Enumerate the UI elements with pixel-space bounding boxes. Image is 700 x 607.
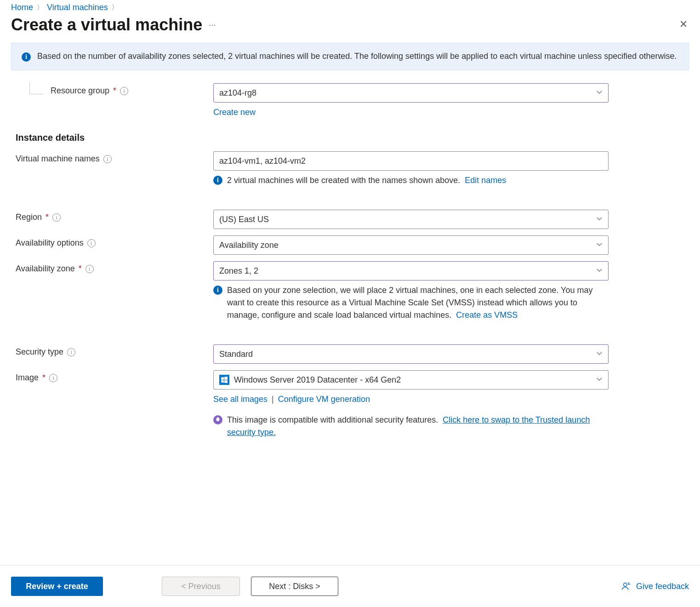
region-value: (US) East US bbox=[219, 215, 269, 224]
give-feedback-label: Give feedback bbox=[636, 582, 689, 591]
create-as-vmss-link[interactable]: Create as VMSS bbox=[456, 310, 518, 320]
info-banner-text: Based on the number of availability zone… bbox=[37, 52, 677, 62]
info-icon: i bbox=[213, 176, 222, 185]
chevron-right-icon: 〉 bbox=[37, 4, 43, 12]
rocket-icon bbox=[213, 415, 222, 424]
info-icon: i bbox=[22, 52, 31, 62]
label-image: Image bbox=[16, 373, 39, 383]
region-select[interactable]: (US) East US bbox=[213, 210, 609, 229]
chevron-down-icon bbox=[596, 215, 603, 224]
label-resource-group: Resource group bbox=[51, 86, 109, 96]
availability-options-select[interactable]: Availability zone bbox=[213, 235, 609, 255]
edit-names-link[interactable]: Edit names bbox=[465, 176, 506, 185]
bottom-bar: Review + create < Previous Next : Disks … bbox=[0, 565, 700, 607]
resource-group-value: az104-rg8 bbox=[219, 88, 256, 98]
info-banner: i Based on the number of availability zo… bbox=[11, 43, 689, 70]
zone-helper-text: Based on your zone selection, we will pl… bbox=[227, 286, 592, 320]
windows-icon bbox=[219, 375, 229, 385]
help-icon[interactable]: i bbox=[49, 374, 57, 382]
vm-names-input[interactable]: az104-vm1, az104-vm2 bbox=[213, 151, 609, 171]
chevron-down-icon bbox=[596, 375, 603, 385]
close-button[interactable]: ✕ bbox=[678, 19, 689, 30]
breadcrumb: Home 〉 Virtual machines 〉 bbox=[0, 0, 700, 12]
required-indicator: * bbox=[46, 212, 49, 222]
see-all-images-link[interactable]: See all images bbox=[213, 395, 267, 404]
image-select[interactable]: Windows Server 2019 Datacenter - x64 Gen… bbox=[213, 370, 609, 389]
info-icon: i bbox=[213, 286, 222, 295]
configure-vm-generation-link[interactable]: Configure VM generation bbox=[278, 395, 370, 404]
next-button[interactable]: Next : Disks > bbox=[251, 577, 338, 596]
separator: | bbox=[272, 395, 274, 404]
required-indicator: * bbox=[42, 373, 46, 383]
help-icon[interactable]: i bbox=[52, 213, 61, 222]
availability-zone-value: Zones 1, 2 bbox=[219, 266, 258, 276]
chevron-down-icon bbox=[596, 241, 603, 250]
required-indicator: * bbox=[79, 264, 82, 274]
feedback-icon bbox=[621, 581, 632, 591]
required-indicator: * bbox=[113, 86, 116, 96]
give-feedback-button[interactable]: Give feedback bbox=[621, 581, 689, 591]
more-actions-button[interactable]: ⋯ bbox=[209, 21, 217, 29]
vm-names-helper-text: 2 virtual machines will be created with … bbox=[227, 176, 460, 185]
previous-button[interactable]: < Previous bbox=[162, 577, 240, 596]
help-icon[interactable]: i bbox=[85, 265, 94, 273]
help-icon[interactable]: i bbox=[67, 348, 75, 356]
label-security-type: Security type bbox=[16, 347, 63, 357]
section-instance-details: Instance details bbox=[16, 132, 684, 143]
tree-indent-icon bbox=[29, 82, 43, 94]
help-icon[interactable]: i bbox=[103, 155, 112, 163]
security-type-value: Standard bbox=[219, 349, 253, 359]
vm-names-value: az104-vm1, az104-vm2 bbox=[219, 156, 306, 166]
image-security-text: This image is compatible with additional… bbox=[227, 415, 438, 424]
label-region: Region bbox=[16, 212, 42, 222]
availability-zone-select[interactable]: Zones 1, 2 bbox=[213, 261, 609, 281]
security-type-select[interactable]: Standard bbox=[213, 344, 609, 364]
create-new-link[interactable]: Create new bbox=[213, 108, 256, 117]
label-vm-names: Virtual machine names bbox=[16, 154, 100, 164]
breadcrumb-virtual-machines[interactable]: Virtual machines bbox=[47, 3, 108, 12]
review-create-button[interactable]: Review + create bbox=[11, 577, 103, 596]
svg-point-0 bbox=[624, 583, 627, 586]
chevron-down-icon bbox=[596, 349, 603, 359]
image-value: Windows Server 2019 Datacenter - x64 Gen… bbox=[234, 375, 401, 385]
chevron-down-icon bbox=[596, 266, 603, 276]
chevron-right-icon: 〉 bbox=[112, 4, 118, 12]
page-title: Create a virtual machine bbox=[11, 15, 202, 34]
resource-group-select[interactable]: az104-rg8 bbox=[213, 83, 609, 103]
help-icon[interactable]: i bbox=[87, 239, 96, 247]
label-availability-zone: Availability zone bbox=[16, 264, 75, 274]
label-availability-options: Availability options bbox=[16, 238, 84, 248]
chevron-down-icon bbox=[596, 88, 603, 98]
availability-options-value: Availability zone bbox=[219, 241, 279, 250]
help-icon[interactable]: i bbox=[120, 87, 128, 95]
breadcrumb-home[interactable]: Home bbox=[11, 3, 33, 12]
